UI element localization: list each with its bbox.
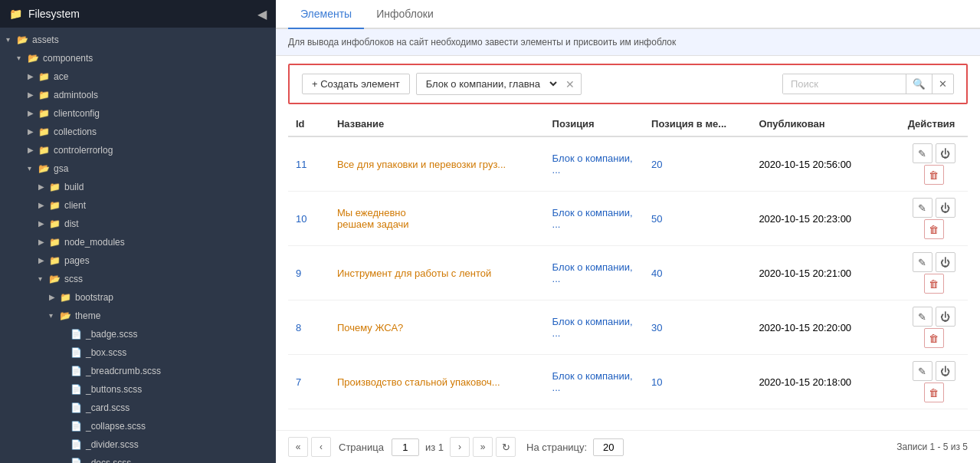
cell-posme: 50 [644, 192, 751, 246]
filter-select[interactable]: Блок о компании, главна [417, 74, 559, 94]
power-button[interactable]: ⏻ [936, 143, 955, 163]
tree-item-_card.scss[interactable]: 📄_card.scss [0, 399, 276, 417]
cell-published: 2020-10-15 20:21:00 [751, 246, 900, 300]
position-link[interactable]: Блок о компании, ... [552, 370, 633, 393]
tree-item-label: gsa [54, 161, 68, 176]
tree-item-label: _card.scss [86, 400, 129, 415]
tab-infoblocks[interactable]: Инфоблоки [364, 0, 446, 29]
col-header-name: Название [329, 112, 545, 136]
position-link[interactable]: Блок о компании, ... [552, 153, 633, 176]
table-row: 9Инструмент для работы с лентойБлок о ко… [288, 246, 968, 300]
tree-item-label: _breadcrumb.scss [86, 363, 161, 379]
name-link[interactable]: Почему ЖСА? [337, 322, 403, 333]
cell-name: Почему ЖСА? [329, 300, 545, 355]
id-link[interactable]: 7 [296, 376, 301, 388]
tree-arrow: ▾ [6, 32, 17, 48]
refresh-button[interactable]: ↻ [496, 437, 516, 457]
tree-item-controlerrorlog[interactable]: ▶📁controlerrorlog [0, 141, 276, 159]
name-link[interactable]: Все для упаковки и перевозки груз... [337, 159, 506, 170]
tree-item-bootstrap[interactable]: ▶📁bootstrap [0, 288, 276, 307]
tree-arrow: ▾ [49, 308, 60, 323]
tab-elements[interactable]: Элементы [288, 0, 364, 29]
tree-arrow: ▾ [38, 271, 49, 287]
tree-item-pages[interactable]: ▶📁pages [0, 251, 276, 270]
tree-item-theme[interactable]: ▾📂theme [0, 307, 276, 325]
tree-item-dist[interactable]: ▶📁dist [0, 215, 276, 233]
name-link[interactable]: Производство стальной упаковоч... [337, 376, 500, 388]
tree-item-gsa[interactable]: ▾📂gsa [0, 159, 276, 178]
tree-item-_breadcrumb.scss[interactable]: 📄_breadcrumb.scss [0, 362, 276, 380]
folder-icon: 📂 [60, 308, 71, 323]
id-link[interactable]: 8 [296, 322, 301, 333]
edit-button[interactable]: ✎ [913, 252, 932, 272]
power-button[interactable]: ⏻ [936, 252, 955, 272]
edit-button[interactable]: ✎ [913, 198, 932, 218]
create-element-button[interactable]: + Создать элемент [302, 74, 410, 94]
posme-link[interactable]: 40 [651, 268, 662, 279]
per-page-input[interactable] [593, 438, 624, 456]
id-link[interactable]: 10 [296, 213, 306, 225]
position-link[interactable]: Блок о компании, ... [552, 316, 633, 339]
posme-link[interactable]: 20 [651, 159, 662, 170]
id-link[interactable]: 9 [296, 268, 301, 279]
tree-item-node_modules[interactable]: ▶📁node_modules [0, 233, 276, 251]
power-button[interactable]: ⏻ [936, 307, 955, 327]
search-button[interactable]: 🔍 [906, 74, 932, 94]
id-link[interactable]: 11 [296, 159, 306, 170]
delete-button[interactable]: 🗑 [924, 383, 944, 402]
tree-item-scss[interactable]: ▾📂scss [0, 270, 276, 288]
page-last-button[interactable]: » [473, 437, 493, 457]
tree-item-components[interactable]: ▾📂components [0, 49, 276, 67]
edit-button[interactable]: ✎ [913, 143, 932, 163]
tree-item-collections[interactable]: ▶📁collections [0, 123, 276, 141]
power-button[interactable]: ⏻ [936, 198, 955, 218]
page-first-button[interactable]: « [288, 437, 308, 457]
page-next-button[interactable]: › [450, 437, 470, 457]
search-input[interactable] [783, 74, 906, 94]
file-icon: 📄 [70, 327, 82, 342]
actions-container: ✎⏻🗑 [908, 143, 960, 185]
delete-button[interactable]: 🗑 [924, 165, 944, 185]
posme-link[interactable]: 10 [651, 376, 662, 388]
tree-item-ace[interactable]: ▶📁ace [0, 67, 276, 86]
power-button[interactable]: ⏻ [936, 361, 955, 381]
tree-item-_collapse.scss[interactable]: 📄_collapse.scss [0, 417, 276, 435]
tree-item-_divider.scss[interactable]: 📄_divider.scss [0, 435, 276, 454]
tree-item-_box.scss[interactable]: 📄_box.scss [0, 343, 276, 362]
tree-item-_docs.scss[interactable]: 📄_docs.scss [0, 454, 276, 463]
page-number-input[interactable] [392, 438, 419, 456]
actions-container: ✎⏻🗑 [908, 307, 960, 348]
tree-item-label: components [43, 51, 93, 66]
posme-link[interactable]: 50 [651, 213, 662, 225]
filter-clear-button[interactable]: ✕ [559, 75, 581, 94]
sidebar-collapse-button[interactable]: ◀ [257, 7, 267, 21]
delete-button[interactable]: 🗑 [924, 219, 944, 239]
tree-item-build[interactable]: ▶📁build [0, 178, 276, 196]
tree-item-_badge.scss[interactable]: 📄_badge.scss [0, 325, 276, 343]
tree-item-label: _buttons.scss [86, 382, 142, 397]
action-row-bottom: 🗑 [924, 274, 944, 294]
cell-id: 8 [288, 300, 329, 355]
tree-item-assets[interactable]: ▾📂assets [0, 31, 276, 49]
position-link[interactable]: Блок о компании, ... [552, 261, 633, 284]
edit-button[interactable]: ✎ [913, 307, 932, 327]
search-clear-button[interactable]: ✕ [932, 74, 953, 94]
tree-item-_buttons.scss[interactable]: 📄_buttons.scss [0, 380, 276, 399]
cell-position: Блок о компании, ... [545, 300, 644, 355]
page-label: Страница [339, 442, 384, 453]
tree-item-admintools[interactable]: ▶📁admintools [0, 86, 276, 104]
tree-item-client[interactable]: ▶📁client [0, 196, 276, 215]
tree-arrow: ▶ [28, 87, 38, 103]
delete-button[interactable]: 🗑 [924, 328, 944, 348]
tree-arrow: ▾ [17, 51, 28, 66]
cell-actions: ✎⏻🗑 [900, 246, 968, 300]
delete-button[interactable]: 🗑 [924, 274, 944, 294]
position-link[interactable]: Блок о компании, ... [552, 207, 633, 230]
name-link[interactable]: Инструмент для работы с лентой [337, 268, 491, 279]
folder-icon: 📁 [38, 124, 50, 140]
page-prev-button[interactable]: ‹ [311, 437, 331, 457]
tree-item-clientconfig[interactable]: ▶📁clientconfig [0, 104, 276, 123]
name-link[interactable]: Мы ежедневно решаем задачи [337, 207, 409, 230]
edit-button[interactable]: ✎ [913, 361, 932, 381]
posme-link[interactable]: 30 [651, 322, 662, 333]
